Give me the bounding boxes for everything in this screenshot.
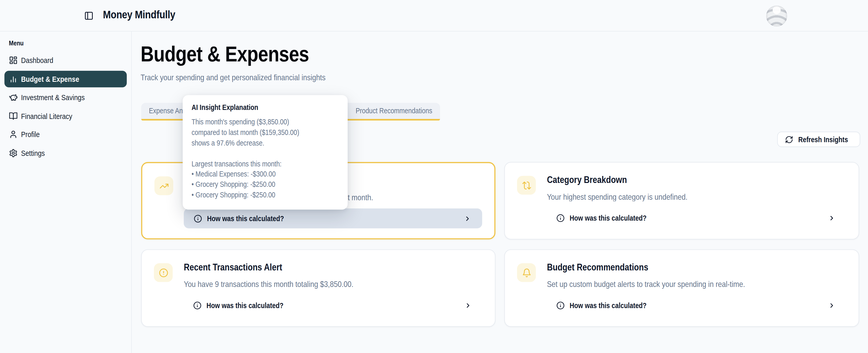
card-description: Your highest spending category is undefi…	[547, 192, 712, 201]
sidebar-item-financial-literacy[interactable]: Financial Literacy	[4, 108, 127, 124]
card-description: Set up custom budget alerts to track you…	[547, 279, 780, 288]
sidebar-item-label: Financial Literacy	[21, 111, 81, 120]
sidebar-item-profile[interactable]: Profile	[4, 126, 127, 143]
chevron-right-icon	[828, 302, 835, 309]
chevron-right-icon	[464, 302, 472, 309]
info-icon	[556, 301, 565, 309]
dashboard-icon	[9, 56, 18, 65]
card-title: Category Breakdown	[547, 175, 641, 186]
alert-circle-icon	[159, 268, 168, 277]
sidebar-item-label: Settings	[21, 148, 49, 157]
card-description: You have 9 transactions this month total…	[184, 279, 383, 288]
info-icon	[556, 214, 565, 222]
sidebar-item-budget-expense[interactable]: Budget & Expense	[4, 70, 127, 87]
card-budget-recommendations: Budget Recommendations Set up custom bud…	[504, 249, 859, 327]
card-title: Recent Transactions Alert	[184, 262, 300, 273]
book-open-icon	[9, 111, 18, 120]
card-icon-chip	[517, 176, 536, 195]
sidebar-item-dashboard[interactable]: Dashboard	[4, 52, 127, 68]
how-calculated-link[interactable]: How was this calculated?	[547, 295, 846, 315]
sidebar-item-label: Budget & Expense	[21, 74, 89, 83]
sidebar-item-settings[interactable]: Settings	[4, 144, 127, 161]
how-calculated-label: How was this calculated?	[570, 214, 660, 222]
how-calculated-label: How was this calculated?	[207, 214, 297, 222]
info-icon	[193, 301, 202, 309]
tab-product-recommendations[interactable]: Product Recommendations	[342, 107, 432, 115]
sidebar-item-investment-savings[interactable]: Investment & Savings	[4, 89, 127, 106]
info-icon	[194, 214, 202, 222]
refresh-icon	[785, 135, 793, 143]
sidebar-toggle-button[interactable]	[82, 8, 96, 23]
refresh-button-label: Refresh Insights	[798, 135, 857, 143]
sidebar-item-label: Investment & Savings	[21, 93, 96, 102]
app-title: Money Mindfully	[103, 8, 188, 21]
how-calculated-label: How was this calculated?	[207, 301, 297, 309]
gear-icon	[9, 148, 18, 157]
app-window: Money Mindfully Menu Dashboard Budget & …	[0, 0, 868, 353]
tooltip-body: This month's spending ($3,850.00) compar…	[191, 117, 339, 201]
avatar[interactable]	[766, 5, 787, 26]
trending-up-icon	[159, 181, 168, 190]
repeat-icon	[522, 181, 531, 190]
bar-chart-icon	[9, 74, 18, 83]
chevron-right-icon	[464, 215, 471, 222]
page-subtitle: Track your spending and get personalized…	[141, 72, 358, 82]
sidebar-menu-label: Menu	[9, 39, 131, 47]
tooltip-title: AI Insight Explanation	[191, 103, 339, 112]
card-icon-chip	[154, 176, 173, 195]
user-icon	[9, 130, 18, 139]
sidebar-item-label: Dashboard	[21, 56, 59, 65]
piggy-bank-icon	[9, 93, 18, 102]
sidebar-nav: Dashboard Budget & Expense Investment & …	[4, 52, 127, 161]
how-calculated-link[interactable]: How was this calculated?	[184, 209, 482, 228]
card-title: Budget Recommendations	[547, 262, 666, 273]
card-icon-chip	[154, 263, 173, 282]
sidebar-item-label: Profile	[21, 130, 43, 139]
ai-insight-tooltip: AI Insight Explanation This month's spen…	[183, 95, 348, 210]
chevron-right-icon	[828, 214, 835, 221]
how-calculated-link[interactable]: How was this calculated?	[183, 295, 483, 315]
top-header: Money Mindfully	[0, 0, 868, 32]
sidebar: Menu Dashboard Budget & Expense Investme…	[0, 31, 132, 353]
bell-icon	[522, 268, 531, 277]
how-calculated-label: How was this calculated?	[570, 301, 660, 309]
how-calculated-link[interactable]: How was this calculated?	[547, 208, 846, 228]
refresh-insights-button[interactable]: Refresh Insights	[777, 132, 860, 147]
card-icon-chip	[517, 263, 536, 282]
page-title: Budget & Expenses	[141, 42, 339, 66]
card-category-breakdown: Category Breakdown Your highest spending…	[504, 162, 859, 240]
panel-left-icon	[84, 11, 93, 20]
card-recent-transactions-alert: Recent Transactions Alert You have 9 tra…	[141, 249, 495, 327]
